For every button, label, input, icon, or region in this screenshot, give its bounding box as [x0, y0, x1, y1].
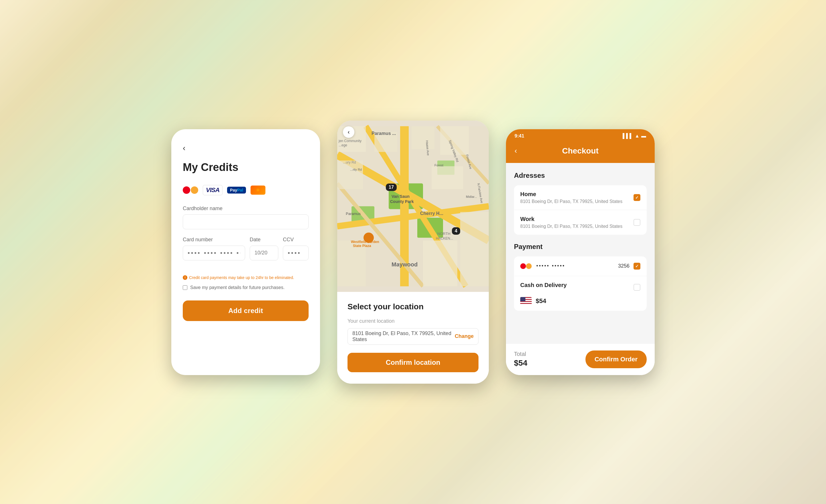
svg-rect-10: [337, 161, 363, 189]
card-number-label: Card number: [183, 237, 245, 243]
phone-map: Van Saun County Park Maywood Cherry H...…: [337, 121, 489, 384]
address-detail-home: 8101 Boeing Dr, El Paso, TX 79925, Unite…: [520, 199, 634, 204]
date-input[interactable]: [250, 246, 278, 260]
svg-rect-13: [423, 240, 457, 286]
svg-text:...ege: ...ege: [339, 143, 347, 147]
phones-container: ‹ My Credits VISA PayPal Cardholder name…: [171, 121, 655, 384]
address-info-home: Home 8101 Boeing Dr, El Paso, TX 79925, …: [520, 191, 634, 204]
address-detail-work: 8101 Boeing Dr, El Paso, TX 79925, Unite…: [520, 224, 634, 229]
payment-section-title: Payment: [514, 243, 647, 251]
card-payment-row[interactable]: ••••• ••••• 3256: [514, 256, 647, 276]
current-location-label: Your current location: [348, 318, 478, 324]
signal-icon: ▌▌▌: [623, 133, 633, 139]
svg-text:Maywood: Maywood: [392, 261, 418, 267]
ccv-input[interactable]: [283, 246, 309, 260]
mastercard-icon: [183, 185, 198, 195]
us-flag-icon: [520, 297, 532, 305]
card-details-row: Card number Date CCV: [183, 237, 309, 268]
addresses-section-title: Adresses: [514, 172, 647, 180]
address-name-home: Home: [520, 191, 634, 197]
total-section: Total $54: [514, 351, 527, 368]
svg-text:...ury Rd: ...ury Rd: [343, 160, 356, 164]
svg-text:State Plaza: State Plaza: [353, 244, 371, 248]
total-label: Total: [514, 351, 527, 357]
warning-text: ! Credit card payments may take up to 24…: [183, 275, 309, 280]
location-title: Select your location: [348, 302, 478, 311]
card-payment-checkbox[interactable]: [634, 263, 640, 269]
discover-icon: [250, 186, 266, 195]
svg-text:Forest: Forest: [434, 163, 443, 167]
cash-payment-section: Cash on Delivery $54: [514, 276, 647, 311]
ccv-label: CCV: [283, 237, 309, 243]
address-row-home[interactable]: Home 8101 Boeing Dr, El Paso, TX 79925, …: [514, 185, 647, 210]
mastercard-small-icon: [520, 262, 532, 270]
back-button-credits[interactable]: ‹: [183, 143, 185, 153]
phone-my-credits: ‹ My Credits VISA PayPal Cardholder name…: [171, 129, 320, 375]
cash-amount-row: $54: [520, 297, 640, 305]
save-payment-label: Save my payment details for future purch…: [190, 285, 285, 290]
card-number-input[interactable]: [183, 246, 245, 260]
location-input-row: 8101 Boeing Dr, El Paso, TX 79925, Unite…: [348, 328, 478, 345]
svg-text:Paramus ...: Paramus ...: [371, 131, 396, 135]
svg-text:County Park: County Park: [390, 199, 414, 203]
card-dots-text: ••••• •••••: [536, 263, 618, 269]
home-address-checkbox[interactable]: [634, 194, 640, 201]
location-panel: Select your location Your current locati…: [337, 292, 489, 384]
payment-icons-row: VISA PayPal: [183, 185, 309, 195]
work-address-checkbox[interactable]: [634, 219, 640, 226]
map-svg: Van Saun County Park Maywood Cherry H...…: [337, 121, 489, 292]
svg-text:Cherry H...: Cherry H...: [420, 211, 443, 215]
checkout-header: 9:41 ▌▌▌ ▲ ▬ ‹ Checkout: [506, 129, 655, 163]
change-location-button[interactable]: Change: [455, 333, 474, 339]
svg-text:Midlar...: Midlar...: [466, 195, 477, 198]
cash-amount-text: $54: [536, 297, 640, 305]
svg-text:Van Saun: Van Saun: [392, 194, 410, 198]
warning-icon: !: [183, 275, 187, 280]
svg-text:NORTH: NORTH: [437, 231, 451, 236]
confirm-location-button[interactable]: Confirm location: [348, 353, 478, 372]
visa-icon: VISA: [203, 185, 223, 195]
payment-card: ••••• ••••• 3256 Cash on Delivery $54: [514, 256, 647, 311]
svg-text:...rity Rd: ...rity Rd: [350, 168, 362, 171]
date-label: Date: [250, 237, 278, 243]
wifi-icon: ▲: [635, 133, 640, 139]
confirm-order-button[interactable]: Confirm Order: [585, 351, 647, 368]
location-address-text: 8101 Boeing Dr, El Paso, TX 79925, Unite…: [352, 330, 455, 342]
address-row-work[interactable]: Work 8101 Boeing Dr, El Paso, TX 79925, …: [514, 210, 647, 235]
cash-payment-checkbox[interactable]: [634, 284, 640, 291]
svg-text:Westfield Garden: Westfield Garden: [351, 240, 379, 244]
address-card: Home 8101 Boeing Dr, El Paso, TX 79925, …: [514, 185, 647, 235]
svg-rect-8: [412, 126, 434, 149]
battery-icon: ▬: [641, 133, 646, 139]
svg-rect-11: [431, 166, 463, 189]
map-marker-17: 17: [386, 184, 397, 191]
checkout-footer: Total $54 Confirm Order: [506, 343, 655, 375]
status-icons: ▌▌▌ ▲ ▬: [623, 133, 646, 139]
back-button-map[interactable]: ‹: [343, 126, 354, 138]
address-info-work: Work 8101 Boeing Dr, El Paso, TX 79925, …: [520, 216, 634, 229]
paypal-icon: PayPal: [227, 187, 246, 194]
ccv-group: CCV: [283, 237, 309, 268]
checkout-header-title: Checkout: [515, 146, 646, 155]
svg-rect-14: [460, 212, 489, 286]
svg-text:jen Community: jen Community: [338, 139, 361, 143]
svg-text:HACKEN...: HACKEN...: [436, 236, 453, 240]
svg-text:Paramus: Paramus: [346, 211, 361, 215]
map-area: Van Saun County Park Maywood Cherry H...…: [337, 121, 489, 292]
save-payment-checkbox[interactable]: [183, 285, 187, 290]
card-last4: 3256: [618, 263, 630, 269]
status-bar: 9:41 ▌▌▌ ▲ ▬: [506, 133, 655, 139]
back-button-checkout[interactable]: ‹: [515, 146, 517, 155]
cardholder-input[interactable]: [183, 214, 309, 229]
status-time: 9:41: [515, 133, 524, 139]
map-marker-4: 4: [452, 227, 460, 235]
phone-checkout: 9:41 ▌▌▌ ▲ ▬ ‹ Checkout Adresses Home 81…: [506, 129, 655, 375]
address-name-work: Work: [520, 216, 634, 223]
page-title-credits: My Credits: [183, 161, 309, 174]
date-group: Date: [250, 237, 278, 268]
save-payment-row[interactable]: Save my payment details for future purch…: [183, 285, 309, 290]
cash-delivery-label: Cash on Delivery: [520, 282, 567, 289]
add-credit-button[interactable]: Add credit: [183, 301, 309, 321]
cardholder-label: Cardholder name: [183, 205, 309, 211]
card-number-group: Card number: [183, 237, 245, 268]
